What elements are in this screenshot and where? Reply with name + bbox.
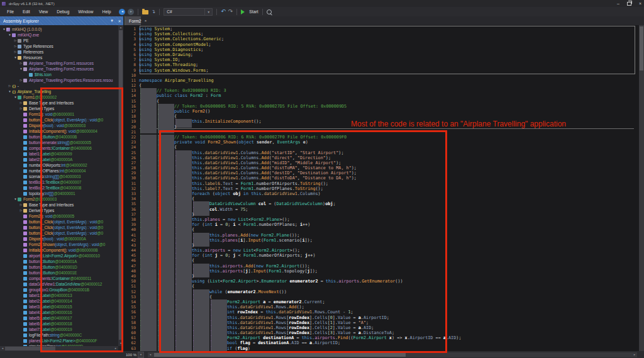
tree-item[interactable]: $this.Icon [0, 72, 118, 77]
method-icon [23, 215, 27, 218]
field-icon [23, 169, 27, 173]
open-file-button[interactable] [142, 10, 148, 14]
line-number: 8 [123, 62, 139, 67]
field-icon [23, 288, 27, 292]
line-number: 49 [123, 274, 139, 279]
img-icon [29, 73, 33, 77]
field-icon [23, 254, 27, 258]
line-number: 18 [123, 114, 139, 119]
scroll-right-icon[interactable]: ► [632, 352, 637, 357]
collapsed-arrow-icon[interactable]: ▷ [8, 84, 12, 87]
panel-menu-chevron-icon[interactable]: ▼ [108, 19, 116, 23]
field-icon [23, 147, 27, 150]
field-icon [23, 158, 27, 162]
tree-label: Form1 [23, 95, 35, 99]
collapsed-arrow-icon[interactable]: ▷ [19, 79, 23, 82]
minimize-button[interactable]: – [617, 1, 619, 6]
collapsed-arrow-icon[interactable]: ▷ [19, 203, 23, 206]
start-debug-icon[interactable] [241, 9, 245, 14]
expanded-arrow-icon[interactable]: ▼ [13, 56, 18, 59]
chevron-down-icon[interactable]: ▼ [204, 9, 212, 15]
undo-button[interactable]: ↶ [221, 9, 226, 14]
restore-button[interactable] [627, 2, 631, 6]
tree-label: Airplane_Travelling.Form1.resources [29, 61, 94, 65]
start-button-label[interactable]: Start [249, 9, 258, 14]
code-token: using [139, 47, 152, 52]
indent-guide [175, 119, 192, 128]
tree-label: - [18, 84, 19, 88]
field-icon [23, 266, 27, 269]
code-line: 11namespace Airplane_Travelling [123, 78, 634, 83]
menu-file[interactable]: File [3, 8, 18, 15]
code-token: () [205, 109, 210, 114]
line-number: 11 [123, 78, 139, 83]
close-button[interactable]: × [639, 1, 641, 6]
zoom-control[interactable]: 100 % ▼ [126, 352, 144, 358]
menu-edit[interactable]: Edit [18, 8, 35, 15]
scroll-up-icon[interactable]: ▲ [118, 25, 123, 30]
line-number: 16 [123, 104, 139, 109]
navigate-forward-button[interactable]: ► [128, 9, 134, 15]
tree-label: Resources [23, 55, 42, 60]
expanded-arrow-icon[interactable]: ▼ [8, 33, 12, 36]
tree-item[interactable]: ▷References [0, 49, 118, 55]
code-token: public [174, 109, 190, 114]
menu-debug[interactable]: Debug [52, 8, 74, 15]
zoom-chevron-icon[interactable]: ▼ [138, 352, 144, 358]
expanded-arrow-icon[interactable]: ▼ [2, 28, 6, 31]
tree-label: label3 [29, 305, 40, 309]
go-to-entry-point-icon[interactable]: ↴ [151, 9, 155, 14]
scroll-left-icon[interactable]: ◄ [0, 346, 5, 351]
navigate-back-button[interactable]: ◄ [119, 9, 125, 15]
tree-item[interactable]: ▼Airplane_Travelling.Form2.resources [0, 66, 118, 72]
tab-close-icon[interactable]: × [145, 19, 147, 23]
collapsed-arrow-icon[interactable]: ▷ [19, 209, 23, 212]
tree-item[interactable]: ▼mKkHQ.exe [0, 32, 118, 38]
tree-item[interactable]: ▷Airplane_Travelling.Form1.resources [0, 60, 118, 66]
code-token: System.ComponentModel [155, 42, 209, 47]
scroll-left-icon[interactable]: ◄ [148, 352, 153, 357]
line-number: 62 [123, 340, 139, 345]
code-line: 4using System.ComponentModel; [123, 42, 634, 47]
field-icon [23, 277, 27, 281]
panel-close-icon[interactable]: ✕ [116, 19, 123, 23]
search-icon[interactable] [267, 9, 272, 14]
line-number: 31 [123, 181, 139, 186]
tree-item[interactable]: ▷PE [0, 38, 118, 43]
scrollbar-thumb[interactable] [640, 26, 643, 70]
collapsed-arrow-icon[interactable]: ▷ [19, 101, 23, 104]
collapsed-arrow-icon[interactable]: ▷ [19, 107, 23, 110]
line-number: 4 [123, 42, 139, 47]
collapsed-arrow-icon[interactable]: ▷ [13, 39, 18, 42]
code-token: (); [253, 119, 261, 124]
language-combo[interactable]: C# ▼ [164, 8, 213, 16]
method-icon [23, 243, 27, 247]
collapsed-arrow-icon[interactable]: ▷ [13, 50, 18, 53]
collapsed-arrow-icon[interactable]: ▷ [13, 45, 18, 48]
expanded-arrow-icon[interactable]: ▼ [13, 96, 18, 99]
tree-item[interactable]: ▼mKkHQ (1.0.0.0) [0, 26, 118, 32]
tab-form2[interactable]: Form2 × [125, 16, 141, 25]
tree-item[interactable]: ▷Airplane_Travelling.Properties.Resource… [0, 77, 118, 83]
redo-button[interactable]: ↷ [228, 9, 233, 14]
tree-label: Type References [23, 44, 53, 48]
code-line: 5using System.Diagnostics; [123, 47, 634, 52]
code-token: using [139, 26, 152, 31]
tree-item[interactable]: ▼Resources [0, 55, 118, 60]
menu-help[interactable]: Help [98, 8, 116, 15]
collapsed-arrow-icon[interactable]: ▷ [19, 62, 23, 65]
scrollbar-thumb[interactable] [154, 353, 406, 357]
expanded-arrow-icon[interactable]: ▼ [13, 198, 18, 201]
code-token: this [192, 119, 202, 124]
tree-item[interactable]: ▷Type References [0, 43, 118, 49]
code-line: 12{ [123, 83, 634, 88]
line-number: 61 [123, 335, 139, 340]
expanded-arrow-icon[interactable]: ▼ [8, 90, 12, 93]
menu-view[interactable]: View [35, 8, 53, 15]
code-token: ); [456, 335, 461, 340]
editor-vertical-scrollbar[interactable] [639, 25, 644, 351]
line-number: 32 [123, 186, 139, 191]
expanded-arrow-icon[interactable]: ▼ [19, 67, 23, 70]
menu-window[interactable]: Window [74, 8, 97, 15]
assembly-explorer-header[interactable]: Assembly Explorer ▼ ✕ [0, 16, 123, 25]
